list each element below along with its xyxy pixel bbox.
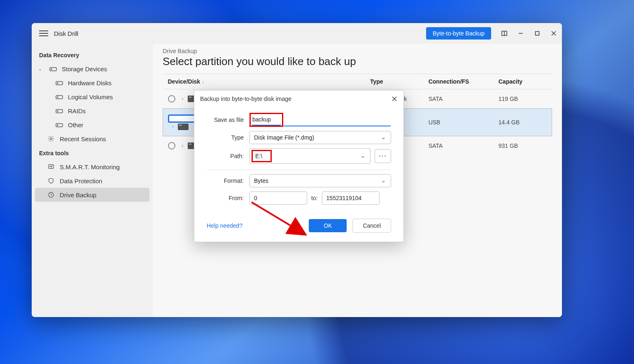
titlebar: Disk Drill Byte-to-byte Backup (32, 23, 562, 44)
byte-to-byte-backup-button[interactable]: Byte-to-byte Backup (426, 27, 491, 40)
to-input[interactable] (322, 191, 380, 205)
section-extra-tools: Extra tools (32, 146, 153, 160)
drive-icon (56, 107, 63, 114)
svg-point-5 (51, 69, 52, 70)
format-select[interactable]: Bytes (249, 174, 391, 187)
path-select[interactable]: E:\ (249, 148, 371, 164)
drive-icon (56, 93, 63, 100)
sidebar-item-smart-monitoring[interactable]: S.M.A.R.T. Monitoring (32, 160, 153, 174)
sidebar-item-label: Recent Sessions (60, 135, 106, 142)
page-title: Select partition you would like to back … (163, 55, 552, 68)
hamburger-menu-icon[interactable] (39, 29, 48, 38)
sort-arrow-icon: ↓ (202, 79, 204, 85)
format-value: Bytes (249, 174, 391, 187)
chevron-right-icon[interactable]: › (182, 96, 184, 102)
save-as-label: Save as file (207, 117, 244, 123)
svg-point-14 (50, 138, 52, 140)
device-conn: SATA (424, 89, 494, 109)
dialog-titlebar: Backup into byte-to-byte disk image (194, 91, 403, 106)
svg-point-11 (57, 111, 58, 112)
sidebar-item-label: Logical Volumes (68, 93, 113, 100)
close-button[interactable] (545, 25, 562, 42)
device-conn: USB (424, 109, 494, 136)
svg-rect-1 (536, 32, 539, 35)
col-connection[interactable]: Connection/FS (424, 74, 494, 89)
sidebar-item-raids[interactable]: RAIDs (32, 104, 153, 118)
save-as-input-ext[interactable] (283, 113, 391, 126)
device-conn: SATA (424, 136, 494, 155)
gear-icon (47, 135, 55, 142)
device-cap: 119 GB (494, 89, 552, 109)
type-select[interactable]: Disk Image File (*.dmg) (249, 131, 391, 144)
format-label: Format: (207, 177, 244, 184)
path-value: E:\ (249, 148, 371, 164)
breadcrumb: Drive Backup (163, 48, 552, 54)
maximize-button[interactable] (529, 25, 545, 42)
svg-point-9 (57, 97, 58, 98)
sidebar-item-label: Other (68, 121, 84, 128)
dialog-title: Backup into byte-to-byte disk image (200, 96, 390, 102)
sidebar-item-label: Data Protection (60, 177, 102, 184)
shield-icon (47, 177, 55, 184)
type-label: Type (207, 134, 244, 141)
col-capacity[interactable]: Capacity (494, 74, 552, 89)
sidebar-item-label: Hardware Disks (68, 79, 112, 86)
section-data-recovery: Data Recovery (32, 48, 153, 62)
sidebar-item-other[interactable]: Other (32, 118, 153, 132)
dialog-close-button[interactable] (390, 95, 399, 103)
sidebar-item-label: RAIDs (68, 107, 86, 114)
sidebar-item-logical-volumes[interactable]: Logical Volumes (32, 90, 153, 104)
type-value: Disk Image File (*.dmg) (249, 131, 391, 144)
divider (207, 170, 391, 170)
chevron-right-icon[interactable]: › (172, 124, 174, 129)
svg-point-13 (57, 125, 58, 126)
book-icon[interactable] (496, 25, 513, 42)
app-title: Disk Drill (54, 30, 78, 37)
ok-button[interactable]: OK (309, 219, 347, 232)
sidebar-item-label: S.M.A.R.T. Monitoring (60, 163, 120, 170)
cancel-button[interactable]: Cancel (352, 219, 391, 233)
drive-icon (56, 79, 63, 86)
sidebar: Data Recovery ⌄ Storage Devices Hardware… (32, 44, 153, 317)
drive-icon (56, 121, 63, 128)
annotation-highlight: E:\ (252, 150, 272, 162)
sidebar-item-drive-backup[interactable]: Drive Backup (35, 188, 149, 202)
to-label: to: (311, 195, 318, 201)
sidebar-item-label: Drive Backup (60, 191, 96, 198)
annotation-highlight (249, 113, 283, 127)
monitor-icon (47, 163, 55, 170)
help-link[interactable]: Help needed? (207, 222, 242, 229)
minimize-button[interactable] (513, 25, 529, 42)
chevron-down-icon: ⌄ (38, 66, 42, 72)
radio-icon[interactable] (168, 95, 175, 103)
col-device[interactable]: Device/Disk↓ (163, 74, 365, 89)
device-cap: 14.4 GB (494, 109, 552, 136)
chevron-right-icon[interactable]: › (182, 143, 184, 149)
backup-icon (47, 191, 55, 198)
sidebar-item-hardware-disks[interactable]: Hardware Disks (32, 76, 153, 90)
path-label: Path: (207, 153, 244, 159)
sidebar-item-label: Storage Devices (62, 65, 107, 72)
browse-button[interactable]: ··· (375, 149, 391, 163)
backup-dialog: Backup into byte-to-byte disk image Save… (194, 90, 404, 242)
from-label: From: (207, 195, 244, 201)
sidebar-item-data-protection[interactable]: Data Protection (32, 174, 153, 188)
radio-icon[interactable] (168, 142, 175, 149)
sidebar-item-recent-sessions[interactable]: Recent Sessions (32, 132, 153, 146)
save-as-input[interactable] (252, 114, 281, 126)
from-input[interactable] (249, 191, 307, 205)
drive-icon (178, 124, 189, 130)
sidebar-item-storage-devices[interactable]: ⌄ Storage Devices (32, 62, 153, 76)
svg-point-7 (57, 83, 58, 84)
col-type[interactable]: Type (365, 74, 424, 89)
device-cap: 931 GB (494, 136, 552, 155)
drive-icon (49, 65, 57, 72)
